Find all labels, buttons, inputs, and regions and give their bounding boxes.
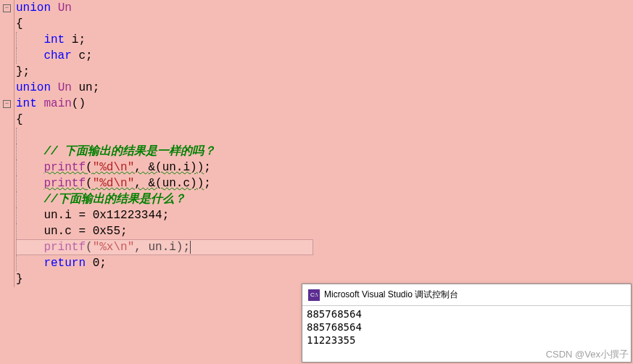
comment: //下面输出的结果是什么？	[44, 193, 185, 206]
vs-icon: C:\	[308, 289, 320, 301]
function-call: printf	[44, 177, 86, 190]
keyword: int	[44, 33, 65, 46]
code-line[interactable]: union Un un;	[16, 80, 633, 96]
type: Un	[58, 81, 72, 94]
code-line[interactable]: printf("%x\n", un.i);	[16, 239, 633, 255]
keyword: return	[44, 257, 86, 270]
code-line[interactable]: {	[16, 112, 633, 128]
console-titlebar[interactable]: C:\ Microsoft Visual Studio 调试控制台	[302, 284, 631, 306]
expr: &(un.i)	[148, 161, 196, 174]
identifier: i	[72, 33, 79, 46]
keyword: char	[44, 49, 71, 62]
code-line[interactable]: return 0;	[16, 255, 633, 271]
code-editor[interactable]: − − union Un { int i; char c; }; union U…	[0, 0, 633, 287]
code-line[interactable]: };	[16, 64, 633, 80]
expr: un.c	[44, 225, 71, 238]
brace: {	[16, 17, 23, 30]
code-line[interactable]: printf("%d\n", &(un.c));	[16, 175, 633, 191]
code-line[interactable]: int main()	[16, 96, 633, 112]
keyword: int	[16, 97, 37, 110]
watermark: CSDN @Vex小撰子	[546, 348, 629, 361]
function-call: printf	[44, 241, 86, 254]
code-line[interactable]: {	[16, 16, 633, 32]
code-line[interactable]: un.i = 0x11223344;	[16, 207, 633, 223]
console-title-text: Microsoft Visual Studio 调试控制台	[324, 289, 458, 301]
code-line[interactable]: //下面输出的结果是什么？	[16, 191, 633, 207]
function-call: printf	[44, 161, 86, 174]
brace: }	[16, 273, 23, 286]
number: 0x55	[93, 225, 120, 238]
code-line[interactable]: // 下面输出的结果是一样的吗？	[16, 144, 633, 160]
identifier: c	[78, 49, 86, 62]
string: "%d\n"	[93, 177, 135, 190]
fold-gutter: − −	[0, 0, 15, 287]
fold-toggle[interactable]: −	[0, 96, 14, 112]
expr: un.i	[44, 209, 71, 222]
minus-icon: −	[3, 4, 11, 12]
expr: un.i	[148, 241, 175, 254]
text-cursor	[190, 241, 191, 254]
code-line[interactable]: printf("%d\n", &(un.i));	[16, 160, 633, 175]
brace: {	[16, 113, 23, 126]
brace: };	[16, 65, 30, 78]
fold-toggle[interactable]: −	[0, 0, 14, 16]
code-line[interactable]: char c;	[16, 48, 633, 64]
expr: &(un.c)	[148, 177, 196, 190]
code-area[interactable]: union Un { int i; char c; }; union Un un…	[15, 0, 633, 287]
comment: // 下面输出的结果是一样的吗？	[44, 145, 215, 158]
string: "%d\n"	[93, 161, 135, 174]
code-line[interactable]: int i;	[16, 32, 633, 48]
keyword: union	[16, 81, 51, 94]
number: 0x11223344	[93, 209, 162, 222]
parens: ()	[72, 97, 86, 110]
string: "%x\n"	[93, 241, 135, 254]
console-line: 885768564	[307, 320, 626, 334]
minus-icon: −	[3, 100, 11, 108]
function: main	[44, 97, 71, 110]
identifier: Un	[58, 1, 72, 15]
code-line[interactable]: union Un	[16, 0, 633, 16]
keyword: union	[16, 1, 51, 15]
console-line: 11223355	[307, 334, 626, 347]
console-line: 885768564	[307, 307, 626, 320]
code-line[interactable]	[16, 128, 633, 144]
identifier: un	[78, 81, 92, 94]
number: 0	[93, 257, 100, 270]
code-line[interactable]: un.c = 0x55;	[16, 223, 633, 239]
console-output[interactable]: 885768564 885768564 11223355	[302, 306, 631, 348]
